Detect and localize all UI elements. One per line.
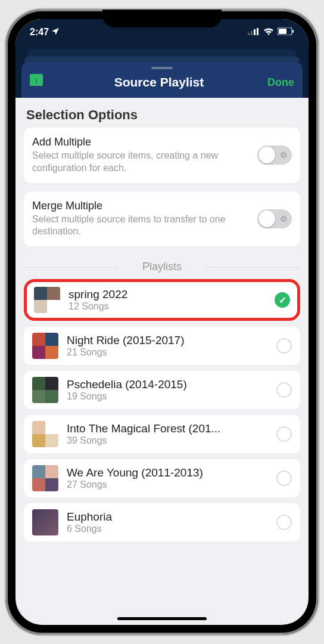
playlist-count: 19 Songs: [67, 391, 268, 402]
stacked-card-back: [27, 49, 297, 56]
album-art-icon: [34, 287, 60, 313]
cellular-signal-icon: [248, 27, 260, 38]
unchecked-circle-icon: [276, 470, 292, 486]
playlist-count: 21 Songs: [67, 347, 268, 358]
playlist-item-spring-2022[interactable]: spring 2022 12 Songs ✓: [24, 279, 300, 321]
option-merge-multiple: Merge Multiple Select multiple source it…: [24, 191, 300, 247]
download-icon[interactable]: [30, 74, 43, 86]
unchecked-circle-icon: [276, 515, 292, 530]
playlist-name: We Are Young (2011-2013): [67, 466, 268, 479]
album-art-icon: [32, 509, 58, 535]
nav-stack: Source Playlist Done: [15, 45, 309, 98]
status-time-group: 2:47: [30, 27, 60, 38]
phone-frame: 2:47: [6, 10, 318, 634]
nav-bar: Source Playlist Done: [21, 62, 303, 98]
album-art-icon: [32, 377, 58, 403]
gear-icon: ⚙: [280, 150, 288, 160]
option-desc: Select multiple source items, creating a…: [32, 150, 251, 175]
unchecked-circle-icon: [276, 426, 292, 442]
done-button[interactable]: Done: [258, 76, 294, 89]
battery-icon: [278, 27, 294, 38]
playlist-name: Night Ride (2015-2017): [67, 334, 268, 347]
screen: 2:47: [15, 19, 309, 625]
album-art-icon: [32, 333, 58, 359]
playlist-text: Euphoria 6 Songs: [67, 510, 268, 534]
nav-left: [30, 74, 60, 86]
content: Selection Options Add Multiple Select mu…: [15, 98, 309, 608]
option-text: Add Multiple Select multiple source item…: [32, 136, 251, 175]
playlist-item-euphoria[interactable]: Euphoria 6 Songs: [24, 503, 300, 541]
unchecked-circle-icon: [276, 382, 292, 398]
playlist-text: spring 2022 12 Songs: [68, 288, 266, 312]
svg-rect-1: [251, 31, 253, 35]
option-desc: Select multiple source items to transfer…: [32, 213, 251, 239]
merge-multiple-toggle[interactable]: ⚙: [257, 209, 292, 228]
playlist-text: Pschedelia (2014-2015) 19 Songs: [67, 378, 268, 402]
stacked-card-mid: [24, 56, 300, 62]
playlist-name: Into The Magical Forest (201...: [67, 422, 268, 435]
wifi-icon: [263, 27, 274, 38]
svg-rect-6: [292, 30, 294, 33]
add-multiple-toggle[interactable]: ⚙: [257, 145, 292, 165]
nav-title: Source Playlist: [60, 75, 258, 89]
playlist-text: Night Ride (2015-2017) 21 Songs: [67, 334, 268, 358]
svg-rect-2: [254, 29, 256, 35]
playlist-name: Pschedelia (2014-2015): [67, 378, 268, 391]
toggle-knob: [258, 210, 275, 227]
section-title: Selection Options: [24, 107, 300, 123]
playlists-divider: Playlists: [24, 261, 300, 273]
unchecked-circle-icon: [276, 338, 292, 354]
sheet-grabber[interactable]: [151, 67, 173, 69]
option-title: Merge Multiple: [32, 200, 251, 212]
album-art-icon: [32, 465, 58, 491]
notch: [102, 10, 222, 27]
gear-icon: ⚙: [280, 214, 288, 224]
playlist-item-night-ride[interactable]: Night Ride (2015-2017) 21 Songs: [24, 327, 300, 365]
option-add-multiple: Add Multiple Select multiple source item…: [24, 128, 300, 183]
playlist-text: Into The Magical Forest (201... 39 Songs: [67, 422, 268, 446]
playlist-item-magical-forest[interactable]: Into The Magical Forest (201... 39 Songs: [24, 415, 300, 453]
playlist-count: 12 Songs: [68, 301, 266, 312]
home-indicator[interactable]: [117, 617, 207, 620]
location-arrow-icon: [51, 27, 60, 38]
playlist-name: spring 2022: [68, 288, 266, 301]
playlist-item-we-are-young[interactable]: We Are Young (2011-2013) 27 Songs: [24, 459, 300, 497]
status-icons: [248, 27, 294, 38]
svg-rect-5: [279, 29, 286, 34]
status-time: 2:47: [30, 27, 49, 38]
svg-rect-3: [257, 28, 258, 35]
playlist-item-pschedelia[interactable]: Pschedelia (2014-2015) 19 Songs: [24, 371, 300, 409]
svg-rect-0: [248, 33, 250, 35]
playlist-count: 27 Songs: [67, 479, 268, 490]
option-text: Merge Multiple Select multiple source it…: [32, 200, 251, 239]
option-title: Add Multiple: [32, 136, 251, 148]
toggle-knob: [258, 147, 275, 163]
playlist-text: We Are Young (2011-2013) 27 Songs: [67, 466, 268, 490]
album-art-icon: [32, 421, 58, 447]
playlist-name: Euphoria: [67, 510, 268, 524]
playlist-count: 6 Songs: [67, 524, 268, 534]
playlist-count: 39 Songs: [67, 435, 268, 446]
checkmark-icon: ✓: [275, 292, 290, 308]
